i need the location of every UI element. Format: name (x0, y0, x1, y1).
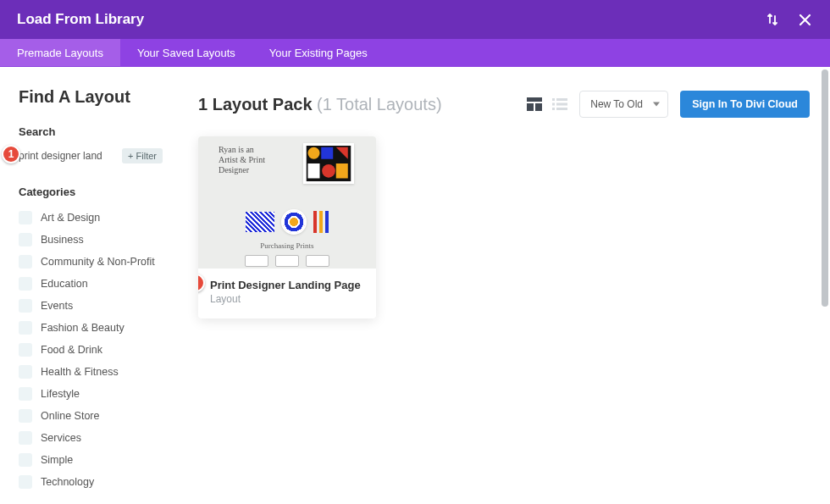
view-toggles (527, 97, 567, 111)
checkbox-icon[interactable] (19, 299, 32, 313)
filter-chip[interactable]: + Filter (122, 148, 163, 163)
thumb-box-icon (245, 255, 268, 267)
thumb-box-icon (306, 255, 329, 267)
target-circle-icon (281, 209, 307, 235)
category-label: Services (41, 432, 81, 444)
modal-header: Load From Library (0, 0, 830, 39)
svg-rect-7 (552, 108, 555, 110)
category-item[interactable]: Art & Design (19, 207, 163, 229)
thumb-box-icon (275, 255, 299, 267)
category-label: Lifestyle (41, 388, 80, 400)
category-item[interactable]: Food & Drink (19, 339, 163, 361)
svg-rect-13 (308, 163, 320, 179)
category-item[interactable]: Events (19, 295, 163, 317)
category-item[interactable]: Lifestyle (19, 383, 163, 405)
layout-card[interactable]: Ryan is an Artist & Print Designer Purch… (198, 136, 376, 318)
tab-existing-pages[interactable]: Your Existing Pages (252, 39, 385, 66)
svg-rect-15 (336, 163, 348, 179)
category-label: Business (41, 234, 84, 246)
categories-label: Categories (19, 186, 163, 198)
scrollbar[interactable] (822, 69, 828, 307)
main-top-bar: 1 Layout Pack (1 Total Layouts) New To O… (198, 91, 810, 118)
checkbox-icon[interactable] (19, 343, 32, 357)
category-item[interactable]: Online Store (19, 405, 163, 427)
bars-icon (313, 211, 329, 233)
header-actions (764, 11, 813, 28)
sort-select[interactable]: New To Old (579, 91, 668, 118)
category-item[interactable]: Simple (19, 449, 163, 471)
category-item[interactable]: Fashion & Beauty (19, 317, 163, 339)
annotation-marker-1: 1 (2, 145, 20, 163)
search-input[interactable] (19, 147, 117, 165)
svg-rect-3 (552, 98, 555, 101)
category-label: Simple (41, 454, 73, 466)
header-title: Load From Library (17, 11, 144, 28)
sort-select-wrap: New To Old (579, 91, 668, 118)
checkbox-icon[interactable] (19, 453, 32, 467)
category-label: Events (41, 300, 73, 312)
category-item[interactable]: Health & Fitness (19, 361, 163, 383)
checkbox-icon[interactable] (19, 211, 32, 224)
layout-thumbnail: Ryan is an Artist & Print Designer Purch… (198, 136, 376, 269)
tab-saved-layouts[interactable]: Your Saved Layouts (120, 39, 252, 66)
category-label: Technology (41, 476, 94, 488)
layout-pack-count: 1 Layout Pack (1 Total Layouts) (198, 95, 442, 114)
thumb-shapes-row (198, 209, 376, 235)
checkbox-icon[interactable] (19, 233, 32, 246)
content-area: Find A Layout Search 1 + Filter Categori… (0, 67, 830, 504)
stripe-pattern-icon (246, 212, 274, 232)
list-view-icon[interactable] (552, 97, 567, 111)
category-label: Education (41, 278, 88, 290)
checkbox-icon[interactable] (19, 431, 32, 445)
category-label: Community & Non-Profit (41, 256, 155, 268)
svg-point-10 (308, 147, 320, 159)
main-controls: New To Old Sign In To Divi Cloud (527, 91, 810, 118)
category-item[interactable]: Technology (19, 471, 163, 493)
category-label: Health & Fitness (41, 366, 119, 378)
svg-rect-2 (535, 103, 542, 111)
geometric-pattern-icon (303, 143, 354, 184)
card-body: 2 Print Designer Landing Page Layout (198, 269, 376, 318)
category-label: Fashion & Beauty (41, 322, 125, 334)
sort-arrows-icon[interactable] (764, 11, 781, 28)
checkbox-icon[interactable] (19, 409, 32, 423)
category-item[interactable]: Services (19, 427, 163, 449)
tab-bar: Premade Layouts Your Saved Layouts Your … (0, 39, 830, 67)
pack-count-sub: (1 Total Layouts) (317, 95, 442, 114)
svg-rect-6 (556, 103, 567, 106)
sidebar: Find A Layout Search 1 + Filter Categori… (0, 67, 178, 504)
category-item[interactable]: Business (19, 229, 163, 251)
checkbox-icon[interactable] (19, 277, 32, 291)
card-subtitle: Layout (210, 293, 364, 305)
sidebar-title: Find A Layout (19, 87, 163, 107)
svg-rect-0 (527, 97, 542, 102)
checkbox-icon[interactable] (19, 365, 32, 379)
annotation-marker-2: 2 (198, 274, 205, 292)
svg-rect-4 (556, 98, 567, 101)
card-title: Print Designer Landing Page (210, 279, 364, 291)
checkbox-icon[interactable] (19, 255, 32, 269)
svg-rect-11 (321, 147, 333, 159)
grid-view-icon[interactable] (527, 97, 542, 111)
category-label: Food & Drink (41, 344, 102, 356)
search-label: Search (19, 125, 163, 138)
signin-button[interactable]: Sign In To Divi Cloud (680, 91, 810, 118)
search-row: 1 + Filter (19, 147, 163, 165)
category-item[interactable]: Education (19, 273, 163, 295)
checkbox-icon[interactable] (19, 321, 32, 335)
pack-count-text: 1 Layout Pack (198, 95, 317, 114)
thumb-subheading: Purchasing Prints (198, 241, 376, 250)
category-label: Art & Design (41, 212, 100, 224)
category-label: Online Store (41, 410, 99, 422)
svg-rect-5 (552, 103, 555, 106)
category-item[interactable]: Community & Non-Profit (19, 251, 163, 273)
close-icon[interactable] (796, 11, 813, 28)
main-panel: 1 Layout Pack (1 Total Layouts) New To O… (178, 67, 830, 504)
svg-rect-1 (527, 103, 534, 111)
tab-premade-layouts[interactable]: Premade Layouts (0, 39, 120, 66)
checkbox-icon[interactable] (19, 387, 32, 401)
svg-point-14 (322, 164, 335, 178)
thumb-boxes (198, 255, 376, 267)
svg-rect-8 (556, 108, 567, 110)
checkbox-icon[interactable] (19, 475, 32, 489)
